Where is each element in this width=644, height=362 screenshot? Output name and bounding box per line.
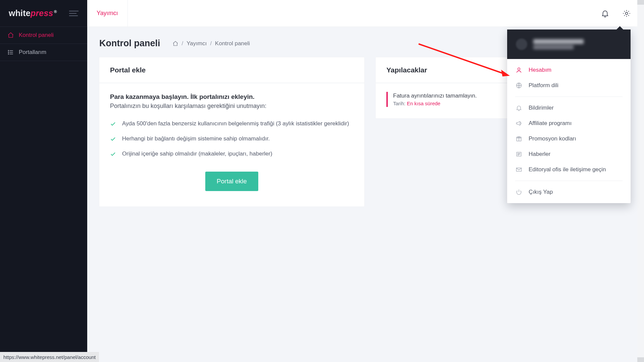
menu-item-label: Promosyon kodları [529,135,576,142]
role-tab-label: Yayımcı [97,10,118,17]
menu-item-notifications[interactable]: Bildirimler [507,100,631,116]
bell-icon [515,104,523,112]
dropdown-separator [515,181,623,181]
browser-scrollbar-up[interactable] [637,0,644,5]
menu-item-affiliate[interactable]: Affiliate programı [507,116,631,131]
settings-button[interactable] [616,0,637,27]
menu-item-label: Bildirimler [529,105,554,111]
sidebar-item-dashboard[interactable]: Kontrol paneli [0,27,87,44]
notifications-button[interactable] [594,0,616,27]
card-subtitle: Para kazanmaya başlayın. İlk portalınızı… [110,93,354,101]
bell-icon [601,9,609,18]
svg-point-2 [8,54,9,54]
list-icon [7,49,14,56]
news-icon [515,150,523,158]
brand-logo[interactable]: whitepress® [9,8,57,18]
menu-item-logout[interactable]: Çıkış Yap [507,184,631,200]
svg-point-0 [8,50,9,51]
svg-point-3 [626,12,628,14]
svg-rect-8 [517,168,522,171]
sidebar-toggle-icon[interactable] [69,11,78,16]
statusbar: https://www.whitepress.net/panel/account [0,352,99,362]
globe-icon [515,82,523,89]
breadcrumb-sep: / [182,40,183,47]
menu-item-label: Hesabım [529,67,551,73]
card-body: Para kazanmaya başlayın. İlk portalınızı… [99,83,364,206]
power-icon [515,188,523,196]
list-item: Ayda 500'den fazla benzersiz kullanıcını… [110,117,354,132]
todo-meta-due: En kısa sürede [407,101,440,106]
menu-item-promo-codes[interactable]: Promosyon kodları [507,131,631,146]
avatar [516,39,527,50]
requirement-text: Orijinal içeriğe sahip olmalıdır (makale… [122,150,272,157]
check-icon [110,121,117,129]
requirement-text: Herhangi bir bağlantı değişim sistemine … [122,135,270,142]
breadcrumb: / Yayımcı / Kontrol paneli [172,40,250,47]
dropdown-user-header [507,29,631,59]
menu-item-label: Platform dili [529,82,558,89]
sidebar: whitepress® Kontrol paneli Portallarım [0,0,87,362]
brand-reg: ® [54,9,57,14]
todo-meta-label: Tarih: [393,101,406,106]
check-icon [110,151,117,159]
add-portal-button[interactable]: Portal ekle [205,172,258,191]
card-note: Portalınızın bu koşulları karşılaması ge… [110,103,354,110]
home-icon [7,32,14,39]
settings-dropdown: Hesabım Platform dili Bildirimler Affili… [507,29,631,203]
megaphone-icon [515,120,523,127]
menu-item-label: Haberler [529,151,550,158]
topbar: Yayımcı [87,0,637,27]
list-item: Herhangi bir bağlantı değişim sistemine … [110,132,354,147]
menu-item-label: Çıkış Yap [529,189,553,195]
brand-part2: press [31,8,53,18]
user-info-redacted [533,39,584,49]
requirements-list: Ayda 500'den fazla benzersiz kullanıcını… [110,117,354,162]
dropdown-separator [515,97,623,97]
mail-icon [515,166,523,173]
dropdown-body: Hesabım Platform dili Bildirimler Affili… [507,59,631,203]
svg-point-1 [8,52,9,53]
breadcrumb-item-current: Kontrol paneli [215,40,250,47]
add-portal-card: Portal ekle Para kazanmaya başlayın. İlk… [99,57,364,206]
breadcrumb-sep: / [210,40,212,47]
check-icon [110,136,117,144]
card-header: Portal ekle [99,57,364,83]
browser-scrollbar-track [637,0,644,362]
card-title: Portal ekle [110,66,354,74]
sidebar-item-portals[interactable]: Portallarım [0,44,87,61]
requirement-text: Ayda 500'den fazla benzersiz kullanıcını… [122,120,349,127]
sidebar-item-label: Portallarım [19,49,46,56]
sidebar-top: whitepress® [0,0,87,27]
svg-point-4 [518,68,520,70]
role-tab-publisher[interactable]: Yayımcı [87,0,128,27]
statusbar-text: https://www.whitepress.net/panel/account [3,354,96,360]
menu-item-label: Editoryal ofis ile iletişime geçin [529,166,606,173]
sidebar-item-label: Kontrol paneli [19,32,54,39]
breadcrumb-item[interactable]: Yayımcı [186,40,207,47]
menu-item-language[interactable]: Platform dili [507,78,631,93]
gear-icon [622,9,631,18]
home-breadcrumb-icon[interactable] [172,41,178,47]
menu-item-label: Affiliate programı [529,120,572,127]
page-title: Kontrol paneli [99,38,160,49]
list-item: Orijinal içeriğe sahip olmalıdır (makale… [110,147,354,162]
menu-item-contact-editorial[interactable]: Editoryal ofis ile iletişime geçin [507,162,631,177]
user-icon [515,66,523,74]
menu-item-account[interactable]: Hesabım [507,62,631,78]
gift-icon [515,135,523,142]
menu-item-news[interactable]: Haberler [507,146,631,162]
brand-part1: white [9,8,31,18]
browser-scrollbar-down[interactable] [637,357,644,362]
sidebar-nav: Kontrol paneli Portallarım [0,27,87,61]
